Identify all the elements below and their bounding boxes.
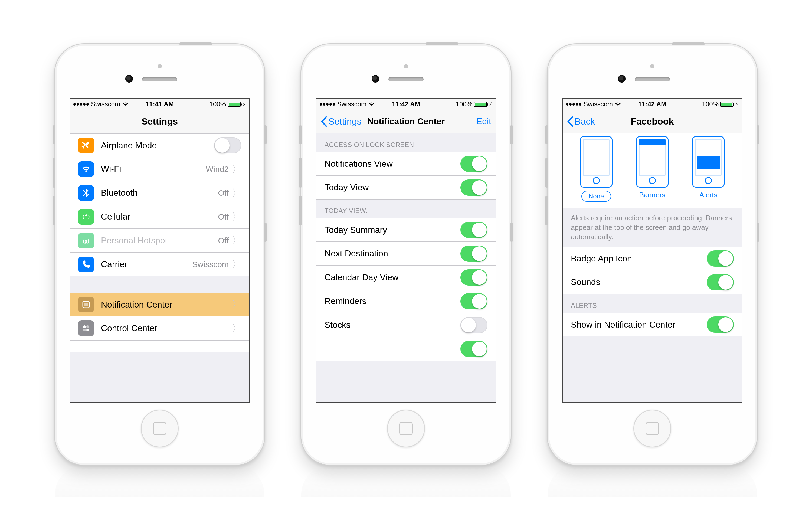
back-button[interactable]: Back [567,116,595,127]
phone-mockup-2: Swisscom 11:42 AM 100% ⚡︎ Settings Notif… [300,43,512,466]
toggle-row-next-destination[interactable]: Next Destination [316,242,496,265]
edit-button[interactable]: Edit [476,116,491,126]
toggle-switch[interactable] [214,137,241,154]
charging-icon: ⚡︎ [489,101,492,107]
chevron-right-icon: 〉 [232,163,241,175]
signal-dots-icon [73,103,89,106]
toggle-switch[interactable] [707,274,734,290]
chevron-right-icon: 〉 [232,258,241,271]
cellular-icon [78,209,94,225]
control-icon [78,320,94,336]
settings-screen: Swisscom 11:41 AM 100% ⚡︎ Settings Airpl… [70,98,250,402]
mini-phone-none-icon [580,136,612,188]
row-value: Wind2 [206,164,229,174]
svg-point-2 [83,326,86,328]
row-label: Stocks [324,320,461,330]
toggle-row-today-view[interactable]: Today View [316,176,496,200]
notification-center-screen: Swisscom 11:42 AM 100% ⚡︎ Settings Notif… [316,98,496,402]
toggle-switch[interactable] [461,222,488,238]
status-time: 11:41 AM [146,100,174,108]
row-label: Sounds [571,277,707,287]
row-value: Off [218,212,229,222]
toggle-switch[interactable] [707,316,734,333]
chevron-left-icon [567,116,574,127]
toggle-switch[interactable] [461,180,488,196]
row-label: Notification Center [101,300,232,310]
phone-mockup-1: Swisscom 11:41 AM 100% ⚡︎ Settings Airpl… [54,43,265,466]
settings-row-control-center[interactable]: Control Center〉 [70,316,249,340]
alert-style-none[interactable]: None [580,136,612,202]
row-label: Reminders [324,296,461,306]
alert-style-alerts[interactable]: Alerts [692,136,725,202]
battery-icon [720,102,733,107]
toggle-row-calendar-day-view[interactable]: Calendar Day View [316,265,496,289]
row-label: Airplane Mode [101,140,214,151]
battery-percent: 100% [456,100,472,108]
facebook-notif-screen: Swisscom 11:42 AM 100% ⚡︎ Back Facebook … [562,98,742,402]
settings-row-wi-fi[interactable]: Wi-FiWind2〉 [70,157,249,181]
section-footer: Alerts require an action before proceedi… [563,208,742,246]
toggle-row-reminders[interactable]: Reminders [316,289,496,313]
row-value: Swisscom [192,260,229,269]
toggle-row-today-summary[interactable]: Today Summary [316,218,496,242]
toggle-switch[interactable] [461,293,488,309]
status-bar: Swisscom 11:42 AM 100% ⚡︎ [316,99,496,110]
alert-style-banners[interactable]: Banners [636,136,669,202]
back-label: Back [575,116,595,127]
row-label: Wi-Fi [101,164,206,174]
chevron-right-icon: 〉 [232,322,241,335]
chevron-right-icon: 〉 [232,211,241,223]
settings-row-notification-center[interactable]: Notification Center〉 [70,293,249,316]
row-label: Carrier [101,259,192,269]
battery-icon [474,102,487,107]
airplane-icon [78,137,94,153]
settings-row-airplane-mode[interactable]: Airplane Mode [70,133,249,157]
status-time: 11:42 AM [392,100,420,108]
alert-style-label: Alerts [700,191,717,199]
toggle-row-notifications-view[interactable]: Notifications View [316,152,496,176]
back-button[interactable]: Settings [321,116,362,127]
toggle-switch[interactable] [461,317,488,333]
row-label: Cellular [101,212,218,222]
toggle-switch[interactable] [461,245,488,262]
settings-row-personal-hotspot[interactable]: Personal HotspotOff〉 [70,229,249,253]
chevron-right-icon: 〉 [232,298,241,311]
carrier-label: Swisscom [337,100,366,108]
three-phone-mockups: Swisscom 11:41 AM 100% ⚡︎ Settings Airpl… [54,43,758,466]
toggle-switch[interactable] [461,269,488,286]
partial-row[interactable]: . [316,337,496,361]
wifi-icon [78,161,94,177]
phone-icon [78,257,94,272]
page-title: Settings [141,116,178,127]
settings-row-cellular[interactable]: CellularOff〉 [70,205,249,229]
settings-row-carrier[interactable]: CarrierSwisscom〉 [70,253,249,277]
toggle-row-stocks[interactable]: Stocks [316,313,496,337]
row-label: Show in Notification Center [571,320,707,330]
signal-dots-icon [320,103,335,106]
toggle-row-show-in-notification-center[interactable]: Show in Notification Center [563,313,742,336]
toggle-row-sounds[interactable]: Sounds [563,270,742,294]
mini-phone-alert-icon [692,136,725,188]
mini-phone-banner-icon [636,136,669,188]
home-button[interactable] [141,410,179,447]
row-label: Control Center [101,323,232,333]
toggle-switch[interactable] [707,251,734,267]
settings-row-bluetooth[interactable]: BluetoothOff〉 [70,181,249,205]
chevron-right-icon: 〉 [232,187,241,199]
toggle-switch[interactable] [461,156,488,172]
toggle-switch[interactable] [461,341,488,357]
battery-icon [228,102,241,107]
home-button[interactable] [387,410,425,447]
toggle-row-badge-app-icon[interactable]: Badge App Icon [563,246,742,270]
chevron-left-icon [321,116,327,127]
charging-icon: ⚡︎ [735,101,739,107]
section-header: TODAY VIEW: [316,200,496,218]
phone-mockup-3: Swisscom 11:42 AM 100% ⚡︎ Back Facebook … [547,43,758,466]
home-button[interactable] [633,410,671,447]
chevron-right-icon: 〉 [232,234,241,247]
signal-dots-icon [566,103,581,106]
carrier-label: Swisscom [91,100,120,108]
status-bar: Swisscom 11:42 AM 100% ⚡︎ [563,99,742,110]
alert-style-picker: None Banners Alerts [563,133,742,208]
svg-point-4 [83,329,86,331]
